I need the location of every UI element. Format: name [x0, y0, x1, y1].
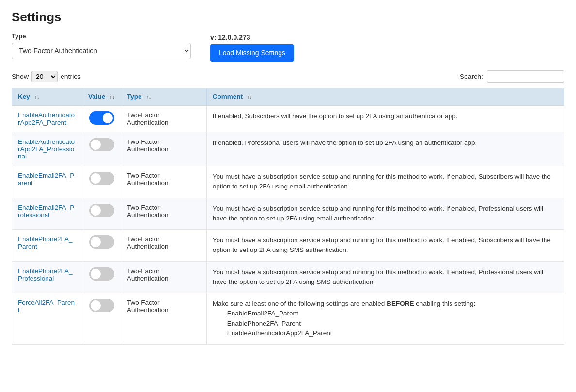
value-cell[interactable]	[82, 261, 121, 293]
col-key[interactable]: Key ↑↓	[12, 88, 82, 106]
toggle-slider	[89, 204, 114, 217]
toggle-switch[interactable]	[89, 111, 114, 125]
settings-table: Key ↑↓ Value ↑↓ Type ↑↓ Comment ↑↓ Enabl…	[12, 88, 564, 345]
load-missing-settings-button[interactable]: Load Missing Settings	[210, 44, 294, 62]
table-row: EnablePhone2FA_ParentTwo-Factor Authenti…	[12, 230, 564, 262]
show-entries: Show 20 50 100 entries	[12, 71, 81, 82]
version-btn-section: v: 12.0.0.273 Load Missing Settings	[210, 32, 294, 62]
comment-sort-icon: ↑↓	[247, 94, 252, 100]
type-label: Type	[12, 32, 191, 40]
type-cell: Two-Factor Authentication	[121, 261, 207, 293]
key-cell: EnableEmail2FA_Professional	[12, 198, 82, 230]
type-section: Type Two-Factor Authentication	[12, 32, 191, 59]
value-cell[interactable]	[82, 230, 121, 262]
toggle-slider	[89, 235, 114, 249]
comment-cell: You must have a subscription service set…	[206, 166, 564, 198]
toggle-switch[interactable]	[89, 235, 114, 249]
key-cell: EnableAuthenticatorApp2FA_Parent	[12, 106, 82, 132]
toggle-switch[interactable]	[89, 172, 114, 185]
toggle-slider	[89, 172, 114, 185]
value-sort-icon: ↑↓	[109, 94, 115, 100]
key-cell: EnableEmail2FA_Parent	[12, 166, 82, 198]
entries-label: entries	[61, 73, 81, 80]
key-cell: EnablePhone2FA_Professional	[12, 261, 82, 293]
version-text: v: 12.0.0.273	[210, 33, 294, 41]
top-controls: Type Two-Factor Authentication v: 12.0.0…	[12, 32, 564, 62]
table-row: EnableEmail2FA_ParentTwo-Factor Authenti…	[12, 166, 564, 198]
search-input[interactable]	[487, 70, 564, 83]
comment-cell: If enabled, Subscribers will have the op…	[206, 106, 564, 132]
key-cell: ForceAll2FA_Parent	[12, 293, 82, 345]
table-row: EnableAuthenticatorApp2FA_ProfessionalTw…	[12, 132, 564, 166]
type-cell: Two-Factor Authentication	[121, 198, 207, 230]
comment-cell: Make sure at least one of the following …	[206, 293, 564, 345]
toggle-switch[interactable]	[89, 267, 114, 281]
toggle-switch[interactable]	[89, 204, 114, 217]
comment-cell: You must have a subscription service set…	[206, 198, 564, 230]
type-cell: Two-Factor Authentication	[121, 230, 207, 262]
page-title: Settings	[12, 10, 564, 25]
key-cell: EnablePhone2FA_Parent	[12, 230, 82, 262]
entries-select[interactable]: 20 50 100	[31, 71, 58, 82]
key-sort-icon: ↑↓	[34, 94, 40, 100]
type-cell: Two-Factor Authentication	[121, 166, 207, 198]
col-comment[interactable]: Comment ↑↓	[206, 88, 564, 106]
toggle-switch[interactable]	[89, 299, 114, 312]
type-select[interactable]: Two-Factor Authentication	[12, 43, 191, 59]
comment-cell: If enabled, Professional users will have…	[206, 132, 564, 166]
toggle-slider	[89, 299, 114, 312]
toggle-slider	[89, 267, 114, 281]
toggle-slider	[89, 111, 114, 125]
table-row: ForceAll2FA_ParentTwo-Factor Authenticat…	[12, 293, 564, 345]
search-area: Search:	[460, 70, 564, 83]
key-cell: EnableAuthenticatorApp2FA_Professional	[12, 132, 82, 166]
table-row: EnableAuthenticatorApp2FA_ParentTwo-Fact…	[12, 106, 564, 132]
comment-cell: You must have a subscription service set…	[206, 261, 564, 293]
type-cell: Two-Factor Authentication	[121, 132, 207, 166]
value-cell[interactable]	[82, 106, 121, 132]
table-row: EnableEmail2FA_ProfessionalTwo-Factor Au…	[12, 198, 564, 230]
table-row: EnablePhone2FA_ProfessionalTwo-Factor Au…	[12, 261, 564, 293]
table-controls: Show 20 50 100 entries Search:	[12, 70, 564, 83]
toggle-slider	[89, 138, 114, 151]
col-value[interactable]: Value ↑↓	[82, 88, 121, 106]
table-header-row: Key ↑↓ Value ↑↓ Type ↑↓ Comment ↑↓	[12, 88, 564, 106]
type-sort-icon: ↑↓	[146, 94, 151, 100]
type-cell: Two-Factor Authentication	[121, 293, 207, 345]
toggle-switch[interactable]	[89, 138, 114, 151]
comment-cell: You must have a subscription service set…	[206, 230, 564, 262]
show-label: Show	[12, 73, 29, 80]
value-cell[interactable]	[82, 132, 121, 166]
value-cell[interactable]	[82, 198, 121, 230]
value-cell[interactable]	[82, 166, 121, 198]
col-type[interactable]: Type ↑↓	[121, 88, 207, 106]
value-cell[interactable]	[82, 293, 121, 345]
type-cell: Two-Factor Authentication	[121, 106, 207, 132]
search-label: Search:	[460, 73, 483, 80]
